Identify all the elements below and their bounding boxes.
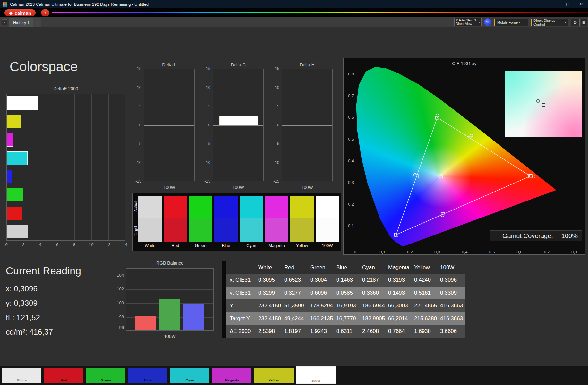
display-control-dropdown[interactable]: Direct Display Control ▾ xyxy=(531,19,568,26)
swatch-magenta xyxy=(265,196,288,242)
measured-marker-blue xyxy=(394,234,396,236)
source-dropdown[interactable]: Mobile Forge ▾ xyxy=(494,19,528,26)
table-cell: 0,4240 xyxy=(413,274,439,287)
axis-tick-label: 0,2 xyxy=(344,202,354,207)
section-title: Current Reading xyxy=(6,265,115,277)
axis-tick-label: 0,5 xyxy=(488,250,497,254)
table-cell: 0,3309 xyxy=(439,287,465,299)
table-cell: 416,3663 xyxy=(439,299,465,312)
table-cell: 182,9905 xyxy=(361,312,387,325)
axis-tick-label: 104 xyxy=(113,273,124,278)
close-button[interactable]: ✕ xyxy=(575,0,588,8)
patch-button-green[interactable]: Green xyxy=(86,368,125,383)
meter-dropdown[interactable]: X-Rite i1Pro 3 Direct View ▾ xyxy=(454,18,482,26)
gridline xyxy=(74,94,75,240)
axis-tick-label: 0,8 xyxy=(344,72,354,76)
table-cell: 0,6523 xyxy=(283,274,309,287)
deltae2000-chart: DeltaE 2000 02468101214 xyxy=(6,86,126,250)
axis-tick-label: 15 xyxy=(131,66,141,71)
gem-icon: ◈ xyxy=(9,10,13,16)
x-axis-label: 100W xyxy=(282,185,333,190)
table-cell: 0,3277 xyxy=(283,287,309,299)
tab-history-1[interactable]: History 1 xyxy=(9,18,34,27)
axis-tick-label: 0,6 xyxy=(344,115,354,120)
swatch-target xyxy=(214,218,238,242)
rgb-bar-green xyxy=(159,299,180,331)
tab-bar: ▸ History 1 + X-Rite i1Pro 3 Direct View… xyxy=(0,17,588,27)
layout-button[interactable]: ▣ xyxy=(581,19,587,26)
patch-button-yellow[interactable]: Yellow xyxy=(254,368,294,383)
axis-tick-label: 0,8 xyxy=(570,250,579,254)
add-tab-button[interactable]: + xyxy=(33,18,41,27)
measured-marker-icon xyxy=(536,99,540,103)
axis-tick-label: 0,4 xyxy=(460,250,469,254)
chevron-down-icon: ▾ xyxy=(519,21,520,24)
delta-h-plot xyxy=(282,69,333,181)
axis-tick-label: 0 xyxy=(131,123,141,127)
target-marker-icon xyxy=(542,103,545,107)
display-control-label: Direct Display Control xyxy=(533,19,564,26)
gridline xyxy=(282,88,332,88)
column-header: Magenta xyxy=(387,261,413,274)
swatch-target xyxy=(265,218,288,242)
patch-button-100w[interactable]: 100W xyxy=(296,367,336,383)
whitepoint-zoom-inset xyxy=(505,71,582,137)
axis-tick-label: 0,2 xyxy=(405,250,414,254)
axis-tick-label: -5 xyxy=(131,141,141,146)
axis-tick-label: -15 xyxy=(131,179,141,184)
swatch-label: Yellow xyxy=(290,243,314,248)
axis-tick-label: 10 xyxy=(200,85,210,90)
table-row: x: CIE310,30950,65230,30040,14630,21870,… xyxy=(222,274,465,287)
column-header: Yellow xyxy=(413,261,439,274)
axis-tick-label: 0 xyxy=(351,250,360,254)
column-header: Blue xyxy=(335,261,361,274)
gridline xyxy=(126,289,213,290)
swatch-actual xyxy=(189,196,212,218)
axis-tick-label: 0 xyxy=(3,242,10,247)
settings-gear-button[interactable]: ⚙ xyxy=(571,19,580,26)
logo-menu-button[interactable]: ▾ xyxy=(41,9,49,16)
maximize-button[interactable]: ▢ xyxy=(561,0,575,8)
swatch-white xyxy=(138,196,162,242)
measurement-table: WhiteRedGreenBlueCyanMagentaYellow100Wx:… xyxy=(222,261,465,338)
minimize-button[interactable]: — xyxy=(548,0,561,8)
axis-tick-label: 0,3 xyxy=(344,180,354,185)
patch-button-label: Red xyxy=(44,378,83,382)
swatch-actual xyxy=(138,196,162,218)
brand-bar: ◈ calman ▾ xyxy=(0,8,588,17)
deltae-bar-green xyxy=(7,188,23,201)
patch-button-cyan[interactable]: Cyan xyxy=(170,368,209,383)
swatch-actual xyxy=(265,196,288,218)
app-icon xyxy=(3,2,7,7)
gridline xyxy=(108,94,109,240)
swatch-target xyxy=(189,218,212,242)
rgb-balance-plot xyxy=(126,268,214,331)
meter-label: X-Rite i1Pro 3 Direct View xyxy=(456,19,478,26)
swatch-label: 100W xyxy=(316,243,339,248)
table-cell: 166,2135 xyxy=(309,312,335,325)
column-header: 100W xyxy=(439,261,465,274)
patch-button-white[interactable]: White xyxy=(2,368,41,383)
patch-button-blue[interactable]: Blue xyxy=(128,368,167,383)
gridline xyxy=(126,276,213,276)
table-cell: 16,7770 xyxy=(335,312,361,325)
delta-l-plot xyxy=(144,69,195,181)
table-cell: 0,3095 xyxy=(257,274,283,287)
swatch-actual xyxy=(290,196,314,218)
axis-tick-label: 5 xyxy=(268,104,279,108)
patch-button-red[interactable]: Red xyxy=(44,368,83,383)
tab-nav-button[interactable]: ▸ xyxy=(2,19,7,25)
swatch-label: Magenta xyxy=(265,243,288,248)
table-cell: 0,1463 xyxy=(335,274,361,287)
table-cell: 0,3360 xyxy=(361,287,387,299)
patch-button-label: White xyxy=(2,378,41,382)
x-axis-label: 100W xyxy=(213,185,264,190)
axis-tick-label: 5 xyxy=(131,104,141,108)
swatch-yellow xyxy=(290,196,314,242)
meter-status-badge[interactable]: 702 xyxy=(484,18,491,26)
table-cell: 1,8197 xyxy=(283,325,309,338)
axis-tick-label: -10 xyxy=(268,160,279,165)
reading-values: x: 0,3096y: 0,3309fL: 121,52cd/m²: 416,3… xyxy=(6,281,115,339)
patch-button-magenta[interactable]: Magenta xyxy=(212,368,251,383)
column-header: White xyxy=(257,261,283,274)
